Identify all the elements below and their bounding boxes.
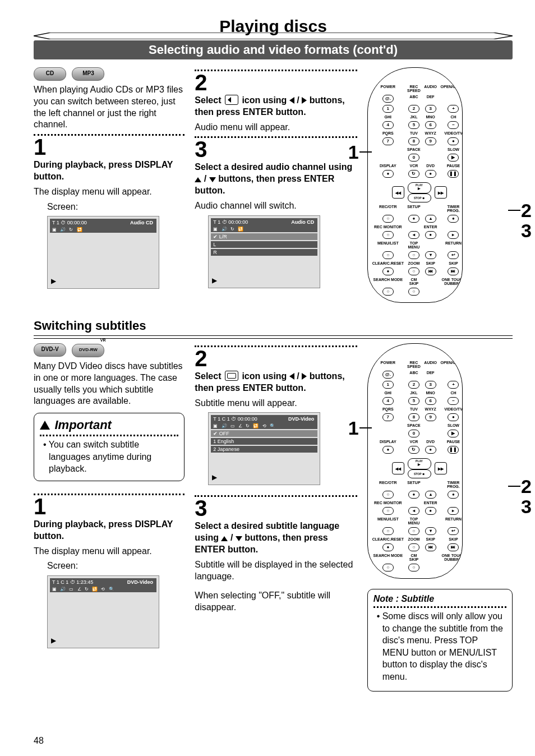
remote-cell: TIMER PROG.	[441, 205, 463, 213]
remote-button[interactable]: ⏭	[448, 268, 459, 275]
remote-cell: JKL	[407, 391, 421, 395]
play-button[interactable]: PLAY▶	[408, 458, 431, 469]
remote-cell: TOP MENU	[407, 517, 421, 525]
remote-button[interactable]: @.	[382, 371, 394, 379]
remote-button[interactable]: ▶	[448, 430, 459, 437]
remote-button[interactable]: ●	[408, 215, 419, 223]
remote-button[interactable]: 2	[408, 105, 419, 113]
remote-button[interactable]: ●	[408, 491, 419, 499]
remote-cell: AUDIO	[424, 361, 437, 368]
remote-button[interactable]: 6	[425, 397, 436, 405]
remote-cell	[424, 423, 437, 427]
remote-button[interactable]: ○	[408, 543, 419, 551]
remote-button[interactable]: ↻	[408, 446, 419, 454]
remote-button[interactable]: ◂	[408, 231, 419, 239]
remote-button[interactable]: ○	[382, 288, 394, 296]
remote-button[interactable]: 3	[425, 381, 436, 389]
ffwd-button[interactable]: ▸▸	[435, 462, 447, 474]
remote-button[interactable]: 1	[382, 105, 394, 113]
remote-button[interactable]: 1	[382, 381, 394, 389]
remote-button[interactable]: 9	[425, 137, 436, 145]
stop-button[interactable]: STOP■	[408, 193, 431, 202]
remote-button[interactable]: ●	[448, 137, 459, 145]
remote-button[interactable]: ●	[425, 231, 436, 239]
remote-button[interactable]: ●	[448, 215, 459, 223]
remote-button[interactable]: 9	[425, 413, 436, 421]
remote-button[interactable]: ●	[382, 446, 394, 454]
remote-button[interactable]: ○	[382, 231, 394, 239]
remote-label: WXYZ	[425, 131, 436, 135]
remote-button[interactable]: ❚❚	[448, 446, 459, 454]
remote-button[interactable]: ●	[382, 170, 394, 178]
remote-button[interactable]: @.	[382, 95, 394, 103]
remote-button[interactable]: ▶	[448, 154, 459, 162]
important-box: Important • You can switch subtitle lang…	[34, 413, 185, 481]
remote-button[interactable]: 7	[382, 413, 394, 421]
play-button[interactable]: PLAY▶	[408, 182, 431, 193]
remote-button[interactable]: ●	[382, 268, 394, 275]
remote-button[interactable]: 8	[408, 137, 419, 145]
remote-button[interactable]: ●	[425, 170, 436, 178]
remote-button[interactable]: ⏮	[425, 543, 436, 551]
remote-button[interactable]: −	[448, 121, 459, 129]
remote-button[interactable]: ⏭	[448, 543, 459, 551]
remote-button[interactable]: +	[448, 381, 459, 389]
remote-button[interactable]: ○	[382, 215, 394, 223]
remote-button[interactable]: 4	[382, 121, 394, 129]
stop-button[interactable]: STOP■	[408, 469, 431, 478]
remote-button[interactable]: ●	[448, 413, 459, 421]
remote-button[interactable]: ◂	[408, 507, 419, 515]
ffwd-button[interactable]: ▸▸	[435, 186, 447, 199]
remote-button[interactable]: 0	[408, 430, 419, 437]
remote-cell: ◂	[407, 231, 421, 239]
remote-button[interactable]: 5	[408, 397, 419, 405]
rew-button[interactable]: ◂◂	[392, 462, 404, 474]
remote-button[interactable]: 7	[382, 137, 394, 145]
remote-button[interactable]: ↻	[408, 170, 419, 178]
remote-cell: ▸	[441, 507, 463, 515]
remote-button[interactable]: 6	[425, 121, 436, 129]
sub-step1-head: During playback, press DISPLAY button.	[34, 519, 185, 542]
remote-button[interactable]: ▾	[425, 251, 436, 259]
remote-button[interactable]: ●	[425, 446, 436, 454]
remote-button[interactable]: ○	[382, 251, 394, 259]
remote-button[interactable]: ○	[408, 288, 419, 296]
remote-button[interactable]: ▴	[425, 491, 436, 499]
remote-cell: ▶	[441, 430, 463, 437]
remote-button[interactable]: +	[448, 105, 459, 113]
remote-button[interactable]: ↩	[448, 251, 459, 259]
remote-button[interactable]: ↩	[448, 527, 459, 535]
remote-button[interactable]: ❚❚	[448, 170, 459, 178]
remote-button[interactable]: ▸	[448, 231, 459, 239]
remote-button[interactable]: ▾	[425, 527, 436, 535]
remote-button[interactable]: ○	[382, 527, 394, 535]
remote-button[interactable]: ○	[382, 491, 394, 499]
remote-cell: 6	[424, 397, 437, 405]
remote-button[interactable]: −	[448, 397, 459, 405]
switching-subtitles-heading: Switching subtitles	[34, 319, 513, 333]
sub-step3-num: 3	[195, 497, 357, 519]
remote-button[interactable]: ○	[408, 527, 419, 535]
remote-button[interactable]: ○	[382, 507, 394, 515]
remote-button[interactable]: ●	[382, 543, 394, 551]
remote-button[interactable]: ●	[448, 491, 459, 499]
remote-button[interactable]: ○	[408, 268, 419, 275]
osd-tag: DVD-Video	[285, 415, 317, 423]
remote-cell: 4	[372, 121, 404, 129]
remote-button[interactable]: ●	[425, 507, 436, 515]
remote-button[interactable]: 2	[408, 381, 419, 389]
remote-button[interactable]: 5	[408, 121, 419, 129]
remote-button[interactable]: ○	[408, 564, 419, 571]
remote-label: VCR	[410, 164, 418, 168]
remote-button[interactable]: 3	[425, 105, 436, 113]
remote-button[interactable]: ⏮	[425, 268, 436, 275]
remote-button[interactable]: ▴	[425, 215, 436, 223]
rew-button[interactable]: ◂◂	[392, 186, 404, 199]
remote-button[interactable]: 0	[408, 154, 419, 162]
remote-cell: CM SKIP	[407, 554, 421, 561]
remote-button[interactable]: 4	[382, 397, 394, 405]
remote-button[interactable]: ○	[408, 251, 419, 259]
remote-button[interactable]: ○	[382, 564, 394, 571]
remote-button[interactable]: ▸	[448, 507, 459, 515]
remote-button[interactable]: 8	[408, 413, 419, 421]
